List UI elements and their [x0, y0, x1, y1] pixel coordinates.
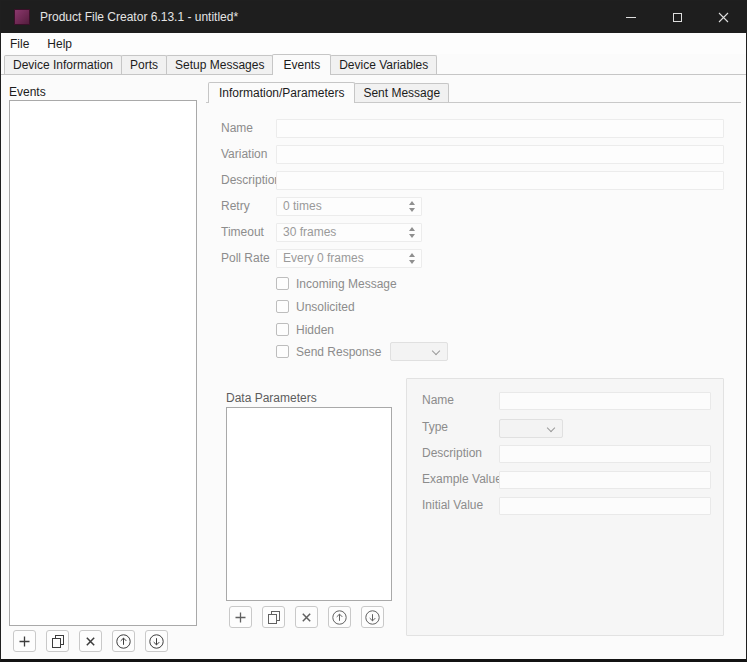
spin-up-button[interactable]: [409, 201, 415, 205]
incoming-message-label: Incoming Message: [296, 277, 397, 291]
events-list-label: Events: [9, 85, 46, 99]
param-example-value-label: Example Value: [422, 470, 502, 489]
unsolicited-label: Unsolicited: [296, 300, 355, 314]
copy-icon: [52, 635, 64, 648]
retry-value: 0 times: [283, 198, 322, 215]
name-label: Name: [221, 119, 253, 138]
poll-rate-spin-controls: [406, 250, 418, 267]
move-parameter-up-button[interactable]: [328, 606, 351, 628]
param-initial-value-label: Initial Value: [422, 496, 483, 515]
arrow-down-circle-icon: [365, 610, 380, 625]
variation-input[interactable]: [276, 145, 724, 164]
data-parameters-toolbar: [229, 606, 384, 628]
tab-ports[interactable]: Ports: [121, 55, 167, 74]
minimize-button[interactable]: [608, 1, 654, 33]
chevron-down-icon: [432, 347, 440, 355]
arrow-down-circle-icon: [149, 634, 164, 649]
chevron-down-icon: [547, 424, 555, 432]
app-window: Product File Creator 6.13.1 - untitled* …: [0, 0, 747, 662]
move-event-down-button[interactable]: [145, 630, 168, 652]
param-description-label: Description: [422, 444, 482, 463]
data-parameters-label: Data Parameters: [226, 391, 317, 405]
param-name-label: Name: [422, 391, 454, 410]
hidden-row: Hidden: [276, 322, 334, 337]
send-response-label: Send Response: [296, 345, 381, 359]
spin-up-button[interactable]: [409, 227, 415, 231]
poll-rate-spinbox[interactable]: Every 0 frames: [276, 249, 422, 268]
tab-device-information[interactable]: Device Information: [4, 55, 122, 74]
unsolicited-checkbox[interactable]: [276, 300, 289, 313]
menu-help[interactable]: Help: [38, 33, 81, 54]
send-response-checkbox[interactable]: [276, 345, 289, 358]
titlebar: Product File Creator 6.13.1 - untitled*: [1, 1, 746, 33]
param-type-select[interactable]: [499, 419, 563, 438]
tab-events[interactable]: Events: [272, 54, 331, 75]
spin-down-button[interactable]: [409, 234, 415, 238]
tab-information-parameters[interactable]: Information/Parameters: [208, 82, 355, 103]
close-icon: [718, 12, 729, 23]
timeout-spin-controls: [406, 224, 418, 241]
maximize-button[interactable]: [654, 1, 700, 33]
delete-parameter-button[interactable]: [295, 606, 318, 628]
close-button[interactable]: [700, 1, 746, 33]
duplicate-event-button[interactable]: [46, 630, 69, 652]
retry-spin-controls: [406, 198, 418, 215]
minimize-icon: [626, 17, 636, 18]
hidden-checkbox[interactable]: [276, 323, 289, 336]
poll-rate-label: Poll Rate: [221, 249, 270, 268]
events-list[interactable]: [9, 100, 197, 626]
menubar: File Help: [1, 33, 746, 54]
incoming-message-checkbox[interactable]: [276, 277, 289, 290]
app-icon: [14, 9, 30, 25]
timeout-label: Timeout: [221, 223, 264, 242]
param-name-input[interactable]: [499, 392, 711, 410]
window-controls: [608, 1, 746, 33]
data-parameters-list[interactable]: [226, 407, 392, 601]
param-description-input[interactable]: [499, 445, 711, 463]
window-title: Product File Creator 6.13.1 - untitled*: [40, 10, 238, 24]
duplicate-parameter-button[interactable]: [262, 606, 285, 628]
send-response-select[interactable]: [390, 342, 448, 361]
hidden-label: Hidden: [296, 323, 334, 337]
add-event-button[interactable]: [13, 630, 36, 652]
arrow-up-circle-icon: [116, 634, 131, 649]
variation-label: Variation: [221, 145, 267, 164]
delete-event-button[interactable]: [79, 630, 102, 652]
delete-x-icon: [302, 613, 311, 622]
detail-tab-bar: Information/Parameters Sent Message: [206, 82, 741, 103]
move-parameter-down-button[interactable]: [361, 606, 384, 628]
menu-file[interactable]: File: [1, 33, 38, 54]
tab-setup-messages[interactable]: Setup Messages: [166, 55, 273, 74]
main-tab-bar: Device Information Ports Setup Messages …: [1, 54, 746, 75]
spin-down-button[interactable]: [409, 260, 415, 264]
timeout-value: 30 frames: [283, 224, 336, 241]
param-example-value-input[interactable]: [499, 471, 711, 489]
spin-down-button[interactable]: [409, 208, 415, 212]
incoming-message-row: Incoming Message: [276, 276, 397, 291]
timeout-spinbox[interactable]: 30 frames: [276, 223, 422, 242]
poll-rate-value: Every 0 frames: [283, 250, 364, 267]
send-response-row: Send Response: [276, 344, 448, 359]
retry-spinbox[interactable]: 0 times: [276, 197, 422, 216]
description-label: Description: [221, 171, 281, 190]
add-parameter-button[interactable]: [229, 606, 252, 628]
spin-up-button[interactable]: [409, 253, 415, 257]
tab-sent-message[interactable]: Sent Message: [354, 83, 449, 102]
move-event-up-button[interactable]: [112, 630, 135, 652]
param-initial-value-input[interactable]: [499, 497, 711, 515]
events-toolbar: [13, 630, 168, 652]
name-input[interactable]: [276, 119, 724, 138]
description-input[interactable]: [276, 171, 724, 190]
param-type-label: Type: [422, 418, 448, 437]
copy-icon: [268, 611, 280, 624]
maximize-icon: [673, 13, 682, 22]
retry-label: Retry: [221, 197, 250, 216]
unsolicited-row: Unsolicited: [276, 299, 355, 314]
tab-device-variables[interactable]: Device Variables: [330, 55, 437, 74]
plus-icon: [235, 612, 246, 623]
plus-icon: [19, 636, 30, 647]
delete-x-icon: [86, 637, 95, 646]
parameter-details-panel: Name Type Description Example Value Init…: [406, 378, 724, 636]
arrow-up-circle-icon: [332, 610, 347, 625]
